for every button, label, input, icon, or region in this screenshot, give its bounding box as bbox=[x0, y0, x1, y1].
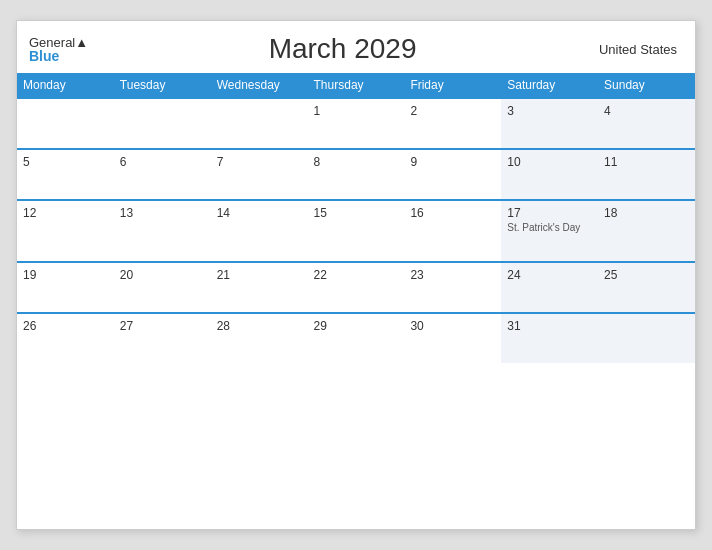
calendar-cell: 12 bbox=[17, 200, 114, 262]
calendar-cell: 25 bbox=[598, 262, 695, 313]
calendar-cell: 13 bbox=[114, 200, 211, 262]
day-number: 15 bbox=[314, 206, 399, 220]
day-number: 2 bbox=[410, 104, 495, 118]
day-number: 16 bbox=[410, 206, 495, 220]
calendar-cell bbox=[17, 98, 114, 149]
calendar-container: General▲ Blue March 2029 United States M… bbox=[16, 20, 696, 530]
calendar-cell: 27 bbox=[114, 313, 211, 363]
calendar-cell: 20 bbox=[114, 262, 211, 313]
day-number: 7 bbox=[217, 155, 302, 169]
calendar-cell: 29 bbox=[308, 313, 405, 363]
day-number: 5 bbox=[23, 155, 108, 169]
day-event: St. Patrick's Day bbox=[507, 222, 592, 233]
day-number: 19 bbox=[23, 268, 108, 282]
day-number: 28 bbox=[217, 319, 302, 333]
day-number: 12 bbox=[23, 206, 108, 220]
week-row-2: 567891011 bbox=[17, 149, 695, 200]
weekday-header-row: MondayTuesdayWednesdayThursdayFridaySatu… bbox=[17, 73, 695, 98]
day-number: 20 bbox=[120, 268, 205, 282]
day-number: 21 bbox=[217, 268, 302, 282]
day-number: 4 bbox=[604, 104, 689, 118]
weekday-header-tuesday: Tuesday bbox=[114, 73, 211, 98]
calendar-cell: 6 bbox=[114, 149, 211, 200]
calendar-grid: MondayTuesdayWednesdayThursdayFridaySatu… bbox=[17, 73, 695, 363]
week-row-1: 1234 bbox=[17, 98, 695, 149]
week-row-5: 262728293031 bbox=[17, 313, 695, 363]
calendar-cell bbox=[598, 313, 695, 363]
calendar-cell: 21 bbox=[211, 262, 308, 313]
calendar-cell: 30 bbox=[404, 313, 501, 363]
calendar-cell: 10 bbox=[501, 149, 598, 200]
day-number: 8 bbox=[314, 155, 399, 169]
logo-general: General▲ bbox=[29, 36, 88, 49]
day-number: 13 bbox=[120, 206, 205, 220]
day-number: 30 bbox=[410, 319, 495, 333]
weekday-header-thursday: Thursday bbox=[308, 73, 405, 98]
day-number: 1 bbox=[314, 104, 399, 118]
day-number: 10 bbox=[507, 155, 592, 169]
day-number: 25 bbox=[604, 268, 689, 282]
calendar-cell: 17St. Patrick's Day bbox=[501, 200, 598, 262]
weekday-header-wednesday: Wednesday bbox=[211, 73, 308, 98]
calendar-cell: 18 bbox=[598, 200, 695, 262]
day-number: 6 bbox=[120, 155, 205, 169]
day-number: 3 bbox=[507, 104, 592, 118]
calendar-cell: 5 bbox=[17, 149, 114, 200]
calendar-cell: 9 bbox=[404, 149, 501, 200]
weekday-header-friday: Friday bbox=[404, 73, 501, 98]
day-number: 9 bbox=[410, 155, 495, 169]
calendar-cell: 11 bbox=[598, 149, 695, 200]
calendar-cell: 26 bbox=[17, 313, 114, 363]
day-number: 22 bbox=[314, 268, 399, 282]
calendar-cell bbox=[211, 98, 308, 149]
calendar-cell: 19 bbox=[17, 262, 114, 313]
calendar-cell bbox=[114, 98, 211, 149]
calendar-header: General▲ Blue March 2029 United States bbox=[17, 21, 695, 73]
weekday-header-sunday: Sunday bbox=[598, 73, 695, 98]
calendar-cell: 16 bbox=[404, 200, 501, 262]
calendar-cell: 14 bbox=[211, 200, 308, 262]
day-number: 26 bbox=[23, 319, 108, 333]
logo-blue: Blue bbox=[29, 49, 59, 63]
calendar-cell: 24 bbox=[501, 262, 598, 313]
calendar-cell: 15 bbox=[308, 200, 405, 262]
calendar-cell: 31 bbox=[501, 313, 598, 363]
calendar-title: March 2029 bbox=[88, 33, 597, 65]
calendar-cell: 22 bbox=[308, 262, 405, 313]
weekday-header-saturday: Saturday bbox=[501, 73, 598, 98]
calendar-cell: 7 bbox=[211, 149, 308, 200]
day-number: 23 bbox=[410, 268, 495, 282]
logo-area: General▲ Blue bbox=[29, 36, 88, 63]
week-row-3: 121314151617St. Patrick's Day18 bbox=[17, 200, 695, 262]
day-number: 29 bbox=[314, 319, 399, 333]
weekday-header-monday: Monday bbox=[17, 73, 114, 98]
calendar-cell: 23 bbox=[404, 262, 501, 313]
day-number: 24 bbox=[507, 268, 592, 282]
calendar-region: United States bbox=[597, 42, 677, 57]
calendar-cell: 1 bbox=[308, 98, 405, 149]
day-number: 17 bbox=[507, 206, 592, 220]
week-row-4: 19202122232425 bbox=[17, 262, 695, 313]
day-number: 31 bbox=[507, 319, 592, 333]
calendar-cell: 28 bbox=[211, 313, 308, 363]
day-number: 27 bbox=[120, 319, 205, 333]
calendar-cell: 8 bbox=[308, 149, 405, 200]
day-number: 18 bbox=[604, 206, 689, 220]
calendar-cell: 4 bbox=[598, 98, 695, 149]
calendar-cell: 3 bbox=[501, 98, 598, 149]
calendar-cell: 2 bbox=[404, 98, 501, 149]
day-number: 14 bbox=[217, 206, 302, 220]
day-number: 11 bbox=[604, 155, 689, 169]
